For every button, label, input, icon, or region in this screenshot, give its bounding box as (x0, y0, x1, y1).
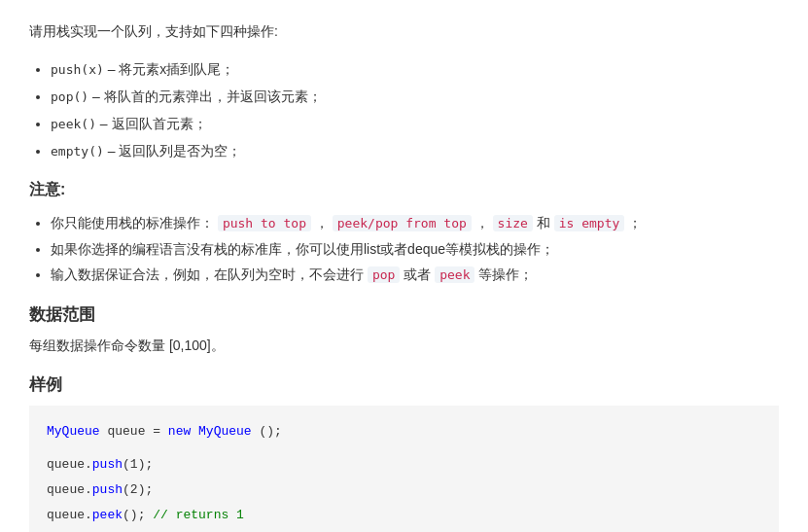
code-line-push1: queue.push(1); (47, 452, 761, 478)
page-container: 请用栈实现一个队列，支持如下四种操作: push(x) – 将元素x插到队尾； … (0, 0, 808, 532)
code-empty-line (47, 444, 761, 452)
code-size: size (493, 215, 533, 231)
code-peek: peek (435, 266, 474, 283)
range-title: 数据范围 (29, 303, 779, 326)
op-push: push(x) – 将元素x插到队尾； (51, 55, 779, 83)
code-line-peek: queue.peek(); // returns 1 (47, 503, 761, 528)
code-is-empty: is empty (554, 215, 625, 231)
code-pop: pop (368, 266, 400, 283)
note-item-1: 你只能使用栈的标准操作： push to top ， peek/pop from… (51, 210, 779, 236)
intro-text: 请用栈实现一个队列，支持如下四种操作: (29, 19, 779, 44)
note-item-2: 如果你选择的编程语言没有栈的标准库，你可以使用list或者deque等模拟栈的操… (51, 236, 779, 263)
op-pop: pop() – 将队首的元素弹出，并返回该元素； (51, 83, 779, 110)
code-new-keyword: new (168, 424, 191, 439)
operations-list: push(x) – 将元素x插到队尾； pop() – 将队首的元素弹出，并返回… (29, 55, 779, 164)
note-item-3: 输入数据保证合法，例如，在队列为空时，不会进行 pop 或者 peek 等操作； (51, 262, 779, 288)
code-line-1: MyQueue queue = new MyQueue (); (47, 419, 761, 444)
note-list: 你只能使用栈的标准操作： push to top ， peek/pop from… (29, 210, 779, 288)
range-text: 每组数据操作命令数量 [0,100]。 (29, 334, 779, 358)
code-line-push2: queue.push(2); (47, 478, 761, 503)
code-line-pop: queue.pop(); // returns 1 (47, 528, 761, 532)
code-peek-pop: peek/pop from top (333, 215, 472, 231)
note-title: 注意: (29, 180, 779, 200)
example-title: 样例 (29, 373, 779, 396)
code-block: MyQueue queue = new MyQueue (); queue.pu… (29, 406, 779, 532)
code-push-top: push to top (218, 215, 311, 231)
op-peek: peek() – 返回队首元素； (51, 110, 779, 137)
code-myqueue-constructor: MyQueue (198, 424, 252, 439)
range-value: [0,100] (169, 337, 211, 353)
code-myqueue-type: MyQueue (47, 424, 100, 439)
op-empty: empty() – 返回队列是否为空； (51, 137, 779, 164)
